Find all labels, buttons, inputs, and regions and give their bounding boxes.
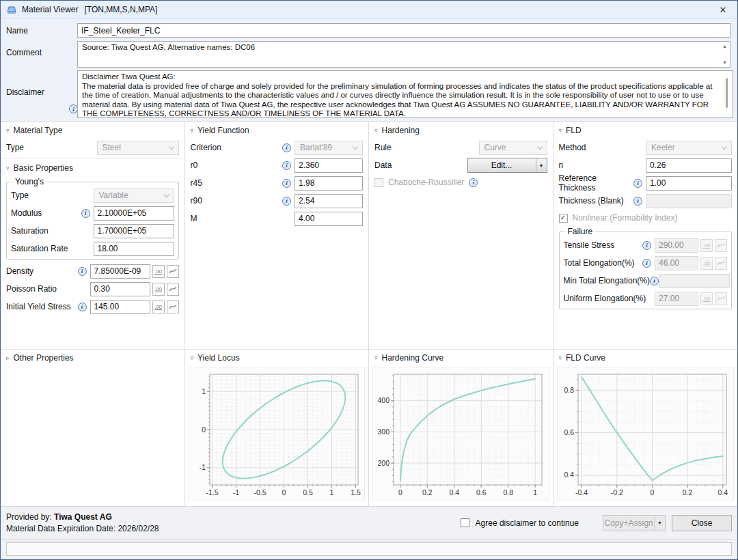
r0-input[interactable]	[295, 158, 363, 173]
statusbar	[1, 539, 737, 559]
m-input[interactable]	[295, 212, 363, 226]
close-button[interactable]: Close	[672, 515, 732, 531]
field-total-elong: Total Elongation(%) i .00	[564, 254, 728, 272]
section-title: Hardening Curve	[382, 353, 444, 363]
curve-edit-button	[715, 239, 727, 252]
section-fld[interactable]: ▿ FLD	[554, 122, 738, 139]
section-basic-properties[interactable]: ▿ Basic Properties	[1, 160, 184, 176]
edit-data-button[interactable]: Edit...	[467, 158, 536, 173]
youngs-type-select: Variable	[94, 188, 174, 203]
criterion-value: Barlat'89	[300, 143, 332, 152]
modulus-input[interactable]	[94, 206, 174, 221]
twisty-open-icon: ▿	[559, 127, 562, 134]
disclaimer-label: Disclaimer	[6, 87, 44, 97]
thickness-blank-input	[646, 194, 732, 208]
window-units: [TON,MM,S,N,MPA]	[84, 5, 157, 14]
column-yield: ▿ Yield Function Criterion i Barlat'89 r…	[185, 122, 370, 506]
svg-text:-0.4: -0.4	[575, 488, 588, 496]
r45-input[interactable]	[295, 176, 363, 191]
chaboche-checkbox	[374, 178, 383, 187]
edit-data-split-button: Edit... ▼	[467, 158, 547, 173]
section-yield-function[interactable]: ▿ Yield Function	[185, 122, 369, 139]
density-input[interactable]	[90, 264, 150, 279]
svg-text:0: 0	[651, 488, 655, 496]
decimal-format-label: .00	[702, 260, 710, 266]
svg-text:400: 400	[378, 396, 390, 404]
svg-text:0.2: 0.2	[683, 488, 693, 496]
comment-scrollbar[interactable]: ▲ ▼	[718, 42, 730, 67]
info-icon: i	[469, 178, 478, 187]
section-material-type[interactable]: ▿ Material Type	[1, 122, 184, 139]
section-title: FLD Curve	[566, 353, 605, 363]
nonlinear-checkbox: ✓	[559, 214, 568, 223]
decimal-format-button[interactable]: .00	[152, 283, 165, 296]
info-icon: i	[78, 303, 87, 311]
comment-label: Comment	[6, 48, 42, 57]
chevron-down-icon	[353, 143, 358, 149]
decimal-format-button[interactable]: .00	[152, 265, 165, 278]
scroll-up-icon[interactable]: ▲	[722, 44, 727, 48]
comment-box[interactable]: Source: Tiwa Quest AG, Alternative names…	[77, 41, 730, 68]
fld-curve-plot: -0.4-0.200.20.40.40.60.8	[559, 369, 731, 499]
section-hardening-curve[interactable]: ▿ Hardening Curve	[369, 350, 553, 366]
section-title: Basic Properties	[14, 163, 73, 173]
close-icon[interactable]: ✕	[714, 5, 732, 15]
material-app-icon	[6, 5, 17, 14]
copy-assign-dropdown-icon[interactable]: ▼	[654, 515, 666, 531]
curve-icon	[717, 242, 725, 249]
curve-icon	[717, 260, 725, 266]
field-initial-yield: Initial Yield Stress i .00	[1, 298, 184, 316]
field-tensile: Tensile Stress i .00	[564, 236, 728, 254]
decimal-format-button[interactable]: .00	[152, 300, 165, 313]
r90-input[interactable]	[295, 194, 363, 208]
uniform-elong-input	[655, 292, 698, 306]
curve-icon	[169, 268, 177, 275]
column-fld: ▿ FLD Method Keeler n Reference Thicknes…	[554, 122, 738, 506]
curve-edit-button[interactable]	[167, 283, 179, 296]
tensile-label: Tensile Stress	[564, 240, 643, 250]
info-icon: i	[650, 277, 659, 285]
youngs-type-value: Variable	[99, 191, 128, 200]
min-total-elong-label: Min Total Elongation(%)	[564, 276, 651, 285]
section-fld-curve[interactable]: ▿ FLD Curve	[554, 350, 738, 366]
info-icon: i	[78, 267, 87, 276]
saturation-input[interactable]	[94, 224, 174, 238]
initial-yield-input[interactable]	[90, 300, 150, 314]
disclaimer-box[interactable]: Disclaimer Tiwa Quest AG: The material d…	[77, 70, 733, 118]
svg-text:0: 0	[282, 488, 286, 496]
material-type-value: Steel	[102, 143, 121, 152]
agree-label: Agree disclaimer to continue	[476, 518, 579, 528]
info-icon: i	[282, 161, 291, 170]
name-input[interactable]	[77, 23, 730, 38]
ref-thickness-input[interactable]	[646, 176, 732, 191]
curve-edit-button[interactable]	[167, 265, 179, 278]
provided-by-value: Tiwa Quest AG	[54, 512, 112, 522]
twisty-open-icon: ▿	[6, 165, 10, 171]
saturation-rate-input[interactable]	[94, 242, 174, 256]
ref-thickness-label: Reference Thickness	[559, 173, 634, 193]
twisty-open-icon: ▿	[191, 354, 194, 361]
field-ref-thickness: Reference Thickness i	[554, 174, 738, 192]
section-yield-locus[interactable]: ▿ Yield Locus	[185, 350, 369, 366]
curve-edit-button[interactable]	[167, 300, 179, 313]
expiration-label: Material Data Expiration Date:	[6, 524, 115, 533]
poisson-input[interactable]	[90, 282, 150, 296]
field-r0: r0 i	[185, 156, 369, 174]
agree-checkbox[interactable]	[461, 518, 469, 527]
yield-locus-chart: -1.5-1-0.500.511.5-101	[189, 367, 366, 501]
field-nonlinear: ✓ Nonlinear (Formability Index)	[554, 210, 738, 226]
check-icon: ✓	[560, 214, 566, 221]
curve-icon	[717, 295, 725, 302]
scrollbar-thumb[interactable]	[726, 78, 728, 108]
section-hardening[interactable]: ▿ Hardening	[369, 122, 553, 139]
disclaimer-scrollbar[interactable]	[721, 71, 733, 117]
svg-text:-1.5: -1.5	[206, 488, 218, 496]
svg-text:-1: -1	[233, 488, 239, 496]
decimal-format-label: .00	[154, 268, 162, 275]
scroll-down-icon[interactable]: ▼	[722, 60, 727, 65]
n-input[interactable]	[646, 158, 732, 173]
svg-text:1: 1	[533, 488, 537, 496]
edit-data-dropdown-icon[interactable]: ▼	[536, 158, 547, 173]
hardening-curve-plot: 00.20.40.60.81200300400	[374, 369, 547, 499]
section-other-properties[interactable]: ▹ Other Properties	[1, 350, 184, 366]
